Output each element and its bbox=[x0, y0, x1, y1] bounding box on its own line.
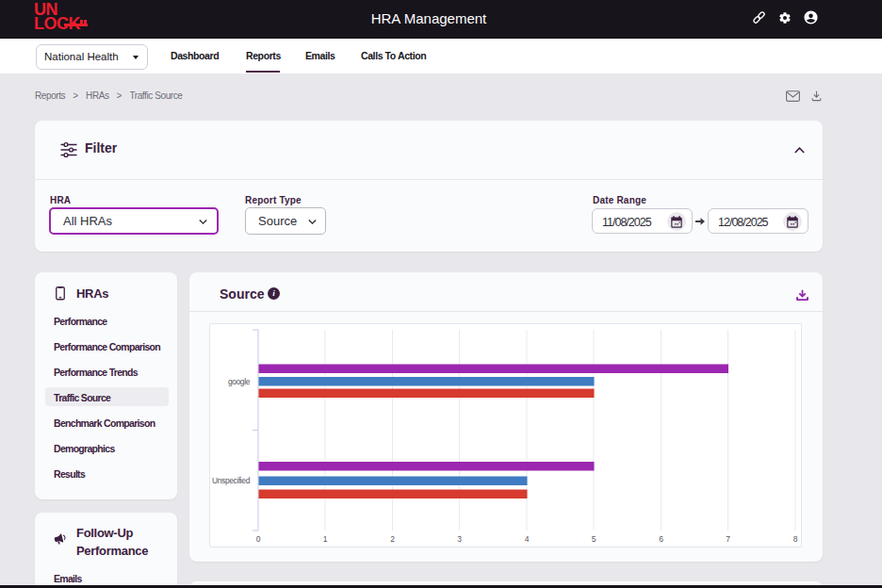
svg-text:0: 0 bbox=[256, 534, 261, 544]
svg-text:7: 7 bbox=[726, 534, 730, 544]
svg-text:Unspecified: Unspecified bbox=[212, 476, 251, 485]
svg-text:6: 6 bbox=[659, 534, 663, 544]
svg-text:google: google bbox=[228, 377, 251, 386]
svg-text:8: 8 bbox=[793, 534, 798, 544]
svg-text:3: 3 bbox=[457, 534, 462, 544]
svg-text:1: 1 bbox=[323, 534, 328, 544]
svg-text:2: 2 bbox=[390, 534, 395, 544]
svg-text:5: 5 bbox=[592, 534, 596, 544]
svg-text:4: 4 bbox=[525, 534, 530, 544]
